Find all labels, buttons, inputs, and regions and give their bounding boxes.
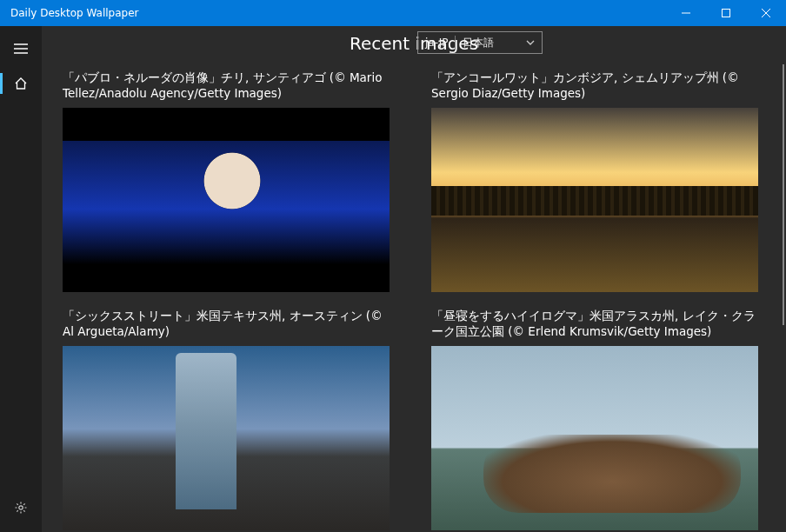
language-code: ja-JP xyxy=(418,37,455,49)
sidebar xyxy=(0,26,42,532)
image-thumbnail[interactable] xyxy=(431,346,758,530)
sidebar-item-settings[interactable] xyxy=(0,490,42,525)
image-card[interactable]: 「パブロ・ネルーダの肖像」チリ, サンティアゴ (© Mario Tellez/… xyxy=(63,70,390,292)
image-thumbnail[interactable] xyxy=(63,108,390,292)
content-area: Recent images ja-JP 日本語 「パブロ・ネルーダの肖像」チリ,… xyxy=(42,26,786,532)
titlebar: Daily Desktop Wallpaper xyxy=(0,0,786,26)
minimize-button[interactable] xyxy=(666,0,706,26)
image-caption: 「昼寝をするハイイログマ」米国アラスカ州, レイク・クラーク国立公園 (© Er… xyxy=(431,308,758,339)
language-name: 日本語 xyxy=(456,36,526,50)
hamburger-icon xyxy=(14,43,28,54)
chevron-down-icon xyxy=(526,40,542,45)
hamburger-button[interactable] xyxy=(0,31,42,66)
svg-point-7 xyxy=(19,506,23,509)
svg-rect-1 xyxy=(723,10,730,17)
maximize-button[interactable] xyxy=(706,0,746,26)
image-card[interactable]: 「シックスストリート」米国テキサス州, オースティン (© Al Argueta… xyxy=(63,308,390,530)
language-select[interactable]: ja-JP 日本語 xyxy=(417,31,543,54)
image-caption: 「アンコールワット」カンボジア, シェムリアップ州 (© Sergio Diaz… xyxy=(431,70,758,101)
image-thumbnail[interactable] xyxy=(431,108,758,292)
gear-icon xyxy=(14,501,28,515)
close-button[interactable] xyxy=(746,0,786,26)
image-card[interactable]: 「アンコールワット」カンボジア, シェムリアップ州 (© Sergio Diaz… xyxy=(431,70,758,292)
image-caption: 「シックスストリート」米国テキサス州, オースティン (© Al Argueta… xyxy=(63,308,390,339)
home-icon xyxy=(14,76,28,90)
scrollbar[interactable] xyxy=(783,64,784,325)
image-thumbnail[interactable] xyxy=(63,346,390,530)
image-caption: 「パブロ・ネルーダの肖像」チリ, サンティアゴ (© Mario Tellez/… xyxy=(63,70,390,101)
image-card[interactable]: 「昼寝をするハイイログマ」米国アラスカ州, レイク・クラーク国立公園 (© Er… xyxy=(431,308,758,530)
window-title: Daily Desktop Wallpaper xyxy=(10,7,139,19)
sidebar-item-home[interactable] xyxy=(0,66,42,101)
